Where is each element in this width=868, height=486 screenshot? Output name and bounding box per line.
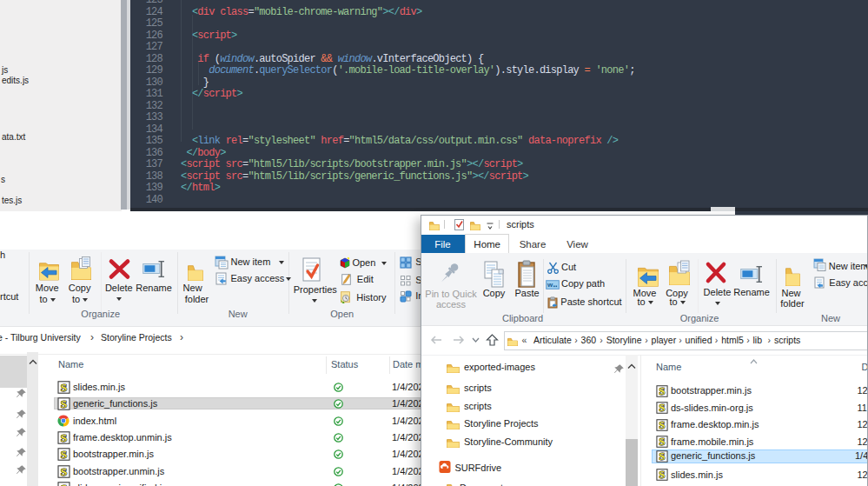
svg-text:S: S [61,465,68,478]
svg-text:w: w [547,281,553,289]
svg-text:S: S [659,385,665,397]
svg-text:S: S [61,431,68,444]
svg-text:S: S [61,482,68,486]
svg-text:S: S [659,436,665,448]
svg-text:S: S [659,403,665,415]
svg-text:S: S [659,450,665,463]
svg-text:S: S [659,419,665,431]
svg-text:S: S [61,448,68,461]
svg-text:S: S [61,397,68,410]
svg-text:S: S [61,381,68,394]
svg-text:S: S [659,469,665,481]
